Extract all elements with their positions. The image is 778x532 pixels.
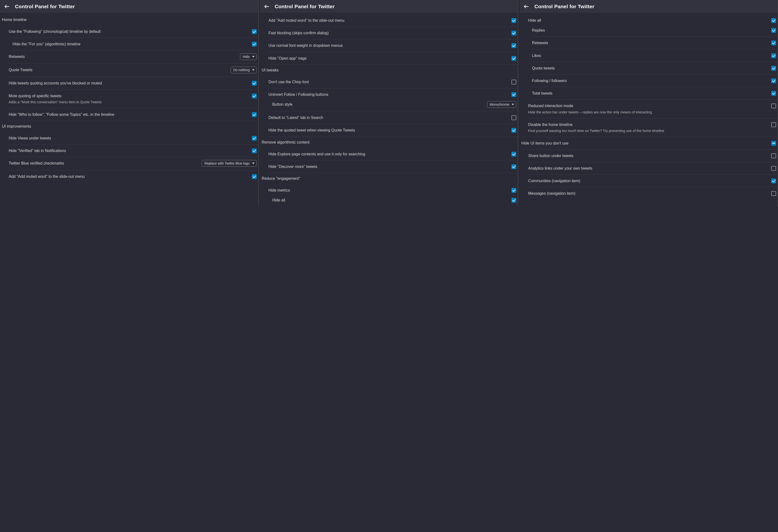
setting-row[interactable]: Button styleMonochrome xyxy=(273,98,518,111)
checkbox-hide-views-under-tweets[interactable] xyxy=(252,136,257,141)
checkbox-replies[interactable] xyxy=(771,28,776,33)
setting-row[interactable]: Hide Views under tweets xyxy=(9,132,258,145)
select-value: Replace with Twitter Blue logo xyxy=(204,161,249,165)
setting-row[interactable]: Reduced interaction modeHide the action … xyxy=(528,100,778,118)
back-arrow-icon[interactable] xyxy=(264,3,270,10)
checkbox-hide-ui-items-you-don-t-use[interactable] xyxy=(771,141,776,146)
setting-row[interactable]: Add "Add muted word" to the slide-out me… xyxy=(268,14,518,27)
checkbox-default-to-latest-tab-in-search[interactable] xyxy=(512,115,516,120)
back-arrow-icon[interactable] xyxy=(4,3,10,10)
setting-row[interactable]: Uninvert Follow / Following buttons xyxy=(268,88,518,98)
setting-row[interactable]: Hide "Verified" tab in Notifications xyxy=(9,145,258,157)
setting-row[interactable]: Hide "Open app" nags xyxy=(268,52,518,65)
setting-row[interactable]: Hide UI items you don't use xyxy=(521,137,778,150)
setting-row[interactable]: Fast blocking (skips confirm dialog) xyxy=(268,27,518,39)
setting-row[interactable]: Share button under tweets xyxy=(528,150,778,162)
page-title: Control Panel for Twitter xyxy=(15,4,75,9)
label-wrap: Twitter Blue verified checkmarks xyxy=(9,160,199,166)
checkbox-add-add-muted-word-to-the-slide-out-menu[interactable] xyxy=(512,18,516,23)
setting-row[interactable]: Hide the quoted tweet when viewing Quote… xyxy=(268,124,518,137)
back-arrow-icon[interactable] xyxy=(523,3,530,10)
checkbox-following-followers[interactable] xyxy=(771,78,776,83)
setting-row[interactable]: Twitter Blue verified checkmarksReplace … xyxy=(9,157,258,170)
checkbox-likes[interactable] xyxy=(771,53,776,58)
select-value: Do nothing xyxy=(233,68,250,72)
checkbox-communities-navigation-item[interactable] xyxy=(771,178,776,183)
select-button-style[interactable]: Monochrome xyxy=(487,101,517,108)
setting-row[interactable]: Default to "Latest" tab in Search xyxy=(268,111,518,124)
select-twitter-blue-verified-checkmarks[interactable]: Replace with Twitter Blue logo xyxy=(202,160,256,167)
setting-row[interactable]: Mute quoting of specific tweetsAdds a "M… xyxy=(9,90,258,108)
setting-label: Communities (navigation item) xyxy=(528,178,768,183)
label-wrap: Reduced interaction modeHide the action … xyxy=(528,103,768,115)
checkbox-hide-verified-tab-in-notifications[interactable] xyxy=(252,148,257,153)
checkbox-mute-quoting-of-specific-tweets[interactable] xyxy=(252,94,257,98)
checkbox-messages-navigation-item[interactable] xyxy=(771,191,776,196)
checkbox-fast-blocking-skips-confirm-dialog[interactable] xyxy=(512,31,516,35)
checkbox-use-the-following-chronological-timeline[interactable] xyxy=(252,29,257,34)
setting-row[interactable]: Hide all xyxy=(273,194,518,206)
setting-row[interactable]: Following / followers xyxy=(532,75,778,87)
checkbox-share-button-under-tweets[interactable] xyxy=(771,153,776,158)
checkbox-hide-the-for-you-algorithmic-timeline[interactable] xyxy=(252,42,257,47)
checkbox-don-t-use-the-chirp-font[interactable] xyxy=(512,80,516,84)
checkbox-add-add-muted-word-to-the-slide-out-menu[interactable] xyxy=(252,174,257,179)
label-wrap: Hide metrics xyxy=(268,187,509,193)
select-retweets[interactable]: Hide xyxy=(240,53,257,60)
checkbox-retweets[interactable] xyxy=(771,41,776,45)
setting-row[interactable]: Hide all xyxy=(528,14,778,24)
setting-row[interactable]: Likes xyxy=(532,50,778,62)
setting-row[interactable]: Replies xyxy=(532,24,778,37)
checkbox-reduced-interaction-mode[interactable] xyxy=(771,103,776,108)
checkbox-quote-tweets[interactable] xyxy=(771,66,776,71)
section-title: UI tweaks xyxy=(260,65,518,76)
setting-row[interactable]: Analytics links under your own tweets xyxy=(528,162,778,175)
setting-row[interactable]: Messages (navigation item) xyxy=(528,187,778,200)
checkbox-hide-tweets-quoting-accounts-you-ve-bloc[interactable] xyxy=(252,81,257,86)
setting-row[interactable]: Quote TweetsDo nothing xyxy=(9,64,258,77)
section-title: UI improvements xyxy=(0,121,258,132)
setting-row[interactable]: Use normal font weight in dropdown menus xyxy=(268,39,518,52)
checkbox-hide-who-to-follow-follow-some-topics-et[interactable] xyxy=(252,112,257,117)
setting-row[interactable]: Hide the "For you" (algorithmic) timelin… xyxy=(12,38,258,51)
checkbox-analytics-links-under-your-own-tweets[interactable] xyxy=(771,166,776,171)
header: Control Panel for Twitter xyxy=(0,0,258,13)
label-wrap: Add "Add muted word" to the slide-out me… xyxy=(268,18,509,23)
checkbox-hide-all[interactable] xyxy=(512,198,516,203)
setting-row[interactable]: Quote tweets xyxy=(532,62,778,75)
checkbox-hide-metrics[interactable] xyxy=(512,188,516,193)
checkbox-hide-discover-more-tweets[interactable] xyxy=(512,164,516,169)
checkbox-hide-open-app-nags[interactable] xyxy=(512,56,516,61)
label-wrap: Uninvert Follow / Following buttons xyxy=(268,92,509,97)
checkbox-disable-the-home-timeline[interactable] xyxy=(771,122,776,127)
setting-row[interactable]: Add "Add muted word" to the slide-out me… xyxy=(9,170,258,183)
checkbox-hide-the-quoted-tweet-when-viewing-quote[interactable] xyxy=(512,128,516,133)
setting-label: Hide "Discover more" tweets xyxy=(268,164,509,169)
setting-row[interactable]: Use the "Following" (chronological) time… xyxy=(9,25,258,38)
select-quote-tweets[interactable]: Do nothing xyxy=(231,67,257,73)
setting-row[interactable]: Hide "Who to follow", "Follow some Topic… xyxy=(9,108,258,121)
checkbox-uninvert-follow-following-buttons[interactable] xyxy=(512,92,516,97)
setting-label: Twitter Blue verified checkmarks xyxy=(9,160,199,166)
setting-row[interactable]: Hide metrics xyxy=(268,184,518,194)
setting-row[interactable]: Don't use the Chirp font xyxy=(268,76,518,88)
setting-row[interactable]: Hide "Discover more" tweets xyxy=(268,160,518,173)
setting-row[interactable]: Disable the home timelineFind yourself w… xyxy=(528,119,778,137)
setting-row[interactable]: Hide tweets quoting accounts you've bloc… xyxy=(9,77,258,89)
setting-description: Adds a "Mute this conversation" menu ite… xyxy=(9,100,249,105)
label-wrap: Hide "Discover more" tweets xyxy=(268,164,509,169)
checkbox-hide-all[interactable] xyxy=(771,18,776,23)
checkbox-total-tweets[interactable] xyxy=(771,91,776,96)
setting-label: Use normal font weight in dropdown menus xyxy=(268,43,509,48)
setting-row[interactable]: Hide Explore page contents and use it on… xyxy=(268,148,518,160)
setting-label: Replies xyxy=(532,27,768,33)
setting-row[interactable]: RetweetsHide xyxy=(9,51,258,64)
checkbox-use-normal-font-weight-in-dropdown-menus[interactable] xyxy=(512,43,516,48)
checkbox-hide-explore-page-contents-and-use-it-on[interactable] xyxy=(512,152,516,157)
setting-row[interactable]: Total tweets xyxy=(532,87,778,100)
label-wrap: Hide the quoted tweet when viewing Quote… xyxy=(268,127,509,133)
select-value: Monochrome xyxy=(490,102,510,106)
setting-row[interactable]: Communities (navigation item) xyxy=(528,175,778,187)
setting-row[interactable]: Retweets xyxy=(532,37,778,49)
label-wrap: Use the "Following" (chronological) time… xyxy=(9,29,249,34)
